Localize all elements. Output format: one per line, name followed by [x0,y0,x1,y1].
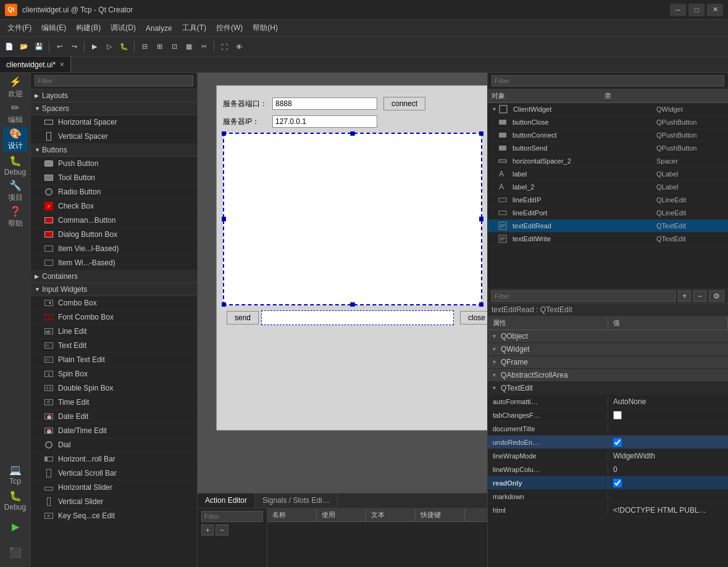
palette-item-horizontal-spacer[interactable]: Horizontal Spacer [31,115,197,130]
palette-item-font-combo-box[interactable]: A Font Combo Box [31,310,197,325]
tab-close-icon[interactable]: ✕ [59,61,64,68]
connect-button[interactable]: connect [383,97,425,110]
palette-item-item-widget[interactable]: Item Wi...-Based) [31,256,197,270]
tb-layout-v[interactable]: ⊞ [153,40,166,54]
palette-item-dial[interactable]: Dial [31,438,197,452]
palette-item-radio-button[interactable]: Radio Button [31,185,197,199]
tb-save[interactable]: 💾 [32,40,46,54]
prop-row-markdown[interactable]: markdown [488,490,728,503]
palette-item-text-edit[interactable]: AI Text Edit [31,339,197,353]
tb-layout-form[interactable]: ▦ [182,40,196,54]
obj-row-lineEditPort[interactable]: lineEditPort QLineEdit [488,207,728,220]
obj-row-buttonclose[interactable]: buttonClose QPushButton [488,116,728,129]
send-input[interactable] [261,310,454,325]
tb-layout-h[interactable]: ⊟ [138,40,151,54]
tb-open[interactable]: 📂 [17,40,31,54]
menu-file[interactable]: 文件(F) [2,20,36,36]
palette-item-vertical-spacer[interactable]: Vertical Spacer [31,130,197,144]
tb-debug-run[interactable]: 🐛 [117,40,131,54]
tb-build[interactable]: ▶ [88,40,101,54]
palette-filter-input[interactable] [35,75,193,86]
palette-item-push-button[interactable]: Push Button [31,157,197,171]
prop-row-linewrapcolu[interactable]: lineWrapColu… 0 [488,463,728,476]
menu-debug[interactable]: 调试(D) [106,20,141,36]
prop-group-qframe[interactable]: ▼ QFrame [488,356,728,369]
strip-design[interactable]: 🎨 设计 [3,127,28,152]
tab-action-editor[interactable]: Action Editor [198,494,255,508]
maximize-button[interactable]: □ [688,4,705,16]
prop-group-qobject[interactable]: ▼ QObject [488,330,728,343]
strip-tcp[interactable]: 💻 Tcp [3,462,28,487]
tb-undo[interactable]: ↩ [52,40,66,54]
props-add-btn[interactable]: + [678,291,691,302]
palette-item-key-seq[interactable]: K Key Seq...ce Edit [31,509,197,523]
palette-item-datetime-edit[interactable]: 📆 Date/Time Edit [31,424,197,438]
palette-item-plain-text-edit[interactable]: A1 Plain Text Edit [31,353,197,367]
obj-row-label[interactable]: A label QLabel [488,168,728,181]
palette-item-h-scrollbar[interactable]: Horizont...roll Bar [31,452,197,466]
menu-help[interactable]: 帮助(H) [248,20,283,36]
prop-group-qwidget[interactable]: ▼ QWidget [488,343,728,356]
obj-row-buttonconnect[interactable]: buttonConnect QPushButton [488,129,728,142]
design-canvas[interactable]: 服务器端口： connect 服务器IP： [216,85,487,431]
palette-item-item-view[interactable]: Item Vie...l-Based) [31,242,197,256]
section-layouts[interactable]: ▶ Layouts [31,89,197,102]
ip-input[interactable] [272,115,377,128]
palette-item-command-button[interactable]: Comman...Button [31,213,197,228]
prop-row-html[interactable]: html <!DOCTYPE HTML PUBL… [488,503,728,517]
props-remove-btn[interactable]: − [693,291,706,302]
palette-item-combo-box[interactable]: ▼ Combo Box [31,296,197,310]
strip-project[interactable]: 🔧 项目 [3,179,28,204]
close-button-2[interactable]: close [460,311,487,325]
tb-new[interactable]: 📄 [2,40,16,54]
props-filter-input[interactable] [492,291,676,302]
palette-item-v-slider[interactable]: Vertical Slider [31,495,197,509]
tb-break[interactable]: ✂ [197,40,211,54]
strip-debug2[interactable]: 🐛 Debug [3,488,28,513]
tb-adjust[interactable]: ⛶ [217,40,231,54]
prop-row-documenttitle[interactable]: documentTitle [488,422,728,436]
tab-clientwidget[interactable]: clientwidget.ui* ✕ [0,57,71,72]
palette-item-time-edit[interactable]: ⏱ Time Edit [31,395,197,410]
send-button[interactable]: send [227,311,259,325]
tb-run[interactable]: ▷ [103,40,116,54]
tab-signals-slots[interactable]: Signals / Slots Edi… [255,494,338,508]
palette-item-tool-button[interactable]: Tool Button [31,171,197,185]
strip-stop[interactable]: ⬛ [3,540,28,565]
menu-edit[interactable]: 编辑(E) [36,20,71,36]
tb-layout-grid[interactable]: ⊡ [167,40,181,54]
action-delete-btn[interactable]: − [215,524,228,536]
minimize-button[interactable]: ─ [670,4,686,16]
palette-item-check-box[interactable]: ✓ Check Box [31,199,197,213]
section-containers[interactable]: ▶ Containers [31,270,197,283]
obj-filter-input[interactable] [492,75,724,86]
tb-preview[interactable]: 👁 [232,40,246,54]
strip-debug[interactable]: 🐛 Debug [3,153,28,178]
palette-item-dialog-button[interactable]: Dialog Button Box [31,228,197,242]
section-spacers[interactable]: ▼ Spacers [31,102,197,115]
obj-row-lineEditIP[interactable]: lineEditIP QLineEdit [488,194,728,207]
strip-run[interactable]: ▶ [3,514,28,539]
prop-row-tabchangesf[interactable]: tabChangesF… [488,408,728,422]
obj-row-textEditRead[interactable]: textEditRead QTextEdit [488,220,728,233]
palette-item-v-scrollbar[interactable]: Vertical Scroll Bar [31,466,197,481]
section-input-widgets[interactable]: ▼ Input Widgets [31,283,197,296]
palette-item-date-edit[interactable]: 📅 Date Edit [31,410,197,424]
action-filter-input[interactable] [201,511,263,522]
tb-redo[interactable]: ↪ [67,40,81,54]
menu-controls[interactable]: 控件(W) [211,20,248,36]
prop-row-linewrapmode[interactable]: lineWrapMode WidgetWidth [488,449,728,463]
strip-welcome[interactable]: ⚡ 欢迎 [3,75,28,100]
undoredoen-checkbox[interactable] [613,438,622,447]
props-config-btn[interactable]: ⚙ [709,291,724,302]
palette-item-double-spin-box[interactable]: 1.2 Double Spin Box [31,381,197,395]
palette-item-spin-box[interactable]: 1 Spin Box [31,367,197,381]
tabchangesf-checkbox[interactable] [613,411,622,420]
palette-item-h-slider[interactable]: Horizontal Slider [31,481,197,495]
obj-row-textEditWrite[interactable]: textEditWrite QTextEdit [488,233,728,246]
strip-edit[interactable]: ✏ 编辑 [3,101,28,126]
obj-row-label2[interactable]: A label_2 QLabel [488,181,728,194]
menu-tools[interactable]: 工具(T) [177,20,211,36]
strip-help[interactable]: ❓ 帮助 [3,205,28,230]
prop-group-qtextedit[interactable]: ▼ QTextEdit [488,382,728,395]
